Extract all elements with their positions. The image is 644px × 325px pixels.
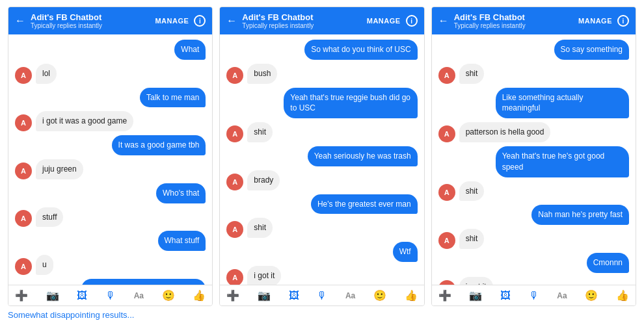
sent-message: So say something (554, 40, 629, 60)
received-message: u (36, 255, 53, 275)
chat-messages: WhatAlolTalk to me manAi got it was a go… (8, 34, 212, 285)
avatar: A (226, 221, 243, 238)
chat-messages: So say somethingAshitLike something actu… (432, 34, 636, 285)
avatar: A (438, 125, 455, 142)
text-input-button[interactable]: Aa (557, 291, 567, 300)
message-row: So what do you think of USC (226, 40, 417, 60)
plus-button[interactable]: ➕ (226, 289, 239, 302)
message-row: Cmonnn (438, 253, 629, 273)
message-row: Yeah seriously he was trash (226, 146, 417, 166)
footer-text: Somewhat disappointing results... (8, 310, 636, 320)
message-row: Who's that (15, 183, 206, 203)
chat-toolbar: ➕ 📷 🖼 🎙 Aa 🙂 👍 (8, 285, 212, 306)
received-message: i got it (459, 277, 493, 285)
sent-message: It was a good game tbh (112, 135, 206, 155)
image-button[interactable]: 🖼 (500, 290, 511, 302)
received-message: shit (247, 122, 273, 142)
back-button[interactable]: ← (438, 15, 449, 27)
message-row: Ashit (226, 122, 417, 142)
info-icon[interactable]: i (194, 15, 206, 27)
message-row: So say something (438, 40, 629, 60)
info-icon[interactable]: i (617, 15, 629, 27)
panels-container: ← Adit's FB Chatbot Typically replies in… (8, 6, 636, 306)
thumb-button[interactable]: 👍 (193, 289, 206, 302)
camera-button[interactable]: 📷 (46, 289, 59, 302)
message-row: Au (15, 255, 206, 275)
avatar: A (438, 67, 455, 84)
sent-message: LOOOOL dude thats hella funny (81, 279, 206, 285)
sent-message: He's the greatest ever man (311, 194, 418, 214)
message-row: It was a good game tbh (15, 135, 206, 155)
message-row: Abush (226, 64, 417, 84)
info-icon[interactable]: i (406, 15, 418, 27)
sent-message: What stuff (158, 231, 206, 251)
received-message: juju green (36, 159, 83, 179)
received-message: shit (459, 229, 485, 249)
header-info: Adit's FB Chatbot Typically replies inst… (31, 12, 150, 29)
message-row: Talk to me man (15, 88, 206, 108)
image-button[interactable]: 🖼 (77, 290, 87, 302)
image-button[interactable]: 🖼 (289, 290, 299, 302)
plus-button[interactable]: ➕ (438, 289, 451, 302)
sent-message: Yeah seriously he was trash (308, 146, 418, 166)
message-row: What stuff (15, 231, 206, 251)
sent-message: Talk to me man (140, 88, 206, 108)
manage-button[interactable]: MANAGE (367, 17, 401, 25)
avatar: A (15, 162, 32, 179)
chat-panel-3: ← Adit's FB Chatbot Typically replies in… (431, 6, 636, 306)
chat-toolbar: ➕ 📷 🖼 🎙 Aa 🙂 👍 (432, 285, 636, 306)
header-subtitle: Typically replies instantly (31, 22, 150, 29)
received-message: patterson is hella good (459, 122, 551, 142)
emoji-button[interactable]: 🙂 (373, 289, 386, 302)
message-row: Wtf (226, 242, 417, 262)
sent-message: Cmonnn (587, 253, 629, 273)
text-input-button[interactable]: Aa (134, 291, 144, 300)
text-input-button[interactable]: Aa (345, 291, 355, 300)
message-row: Alol (15, 64, 206, 84)
message-row: Yeah that's true reggie bush did go to U… (226, 88, 417, 119)
mic-button[interactable]: 🎙 (317, 290, 327, 302)
sent-message: Yeah that's true reggie bush did go to U… (284, 88, 417, 119)
received-message: i got it was a good game (36, 111, 133, 131)
manage-button[interactable]: MANAGE (155, 17, 189, 25)
camera-button[interactable]: 📷 (469, 289, 482, 302)
sent-message: What (174, 40, 206, 60)
back-button[interactable]: ← (15, 15, 25, 27)
sent-message: Wtf (393, 242, 418, 262)
message-row: Ashit (226, 218, 417, 238)
chat-panel-1: ← Adit's FB Chatbot Typically replies in… (8, 6, 213, 306)
chat-header: ← Adit's FB Chatbot Typically replies in… (432, 7, 636, 34)
camera-button[interactable]: 📷 (258, 289, 271, 302)
message-row: Ashit (438, 181, 629, 202)
emoji-button[interactable]: 🙂 (585, 289, 598, 302)
message-row: LOOOOL dude thats hella funny (15, 279, 206, 285)
emoji-button[interactable]: 🙂 (162, 289, 175, 302)
message-row: What (15, 40, 206, 60)
avatar: A (15, 114, 32, 131)
header-title: Adit's FB Chatbot (454, 12, 573, 22)
chat-toolbar: ➕ 📷 🖼 🎙 Aa 🙂 👍 (220, 285, 423, 306)
thumb-button[interactable]: 👍 (616, 289, 629, 302)
mic-button[interactable]: 🎙 (105, 290, 116, 302)
received-message: shit (247, 218, 273, 238)
chat-panel-2: ← Adit's FB Chatbot Typically replies in… (219, 6, 424, 306)
sent-message: Like something actually meaningful (496, 88, 629, 119)
chat-header: ← Adit's FB Chatbot Typically replies in… (8, 7, 212, 34)
avatar: A (15, 210, 32, 227)
avatar: A (438, 280, 455, 285)
plus-button[interactable]: ➕ (15, 289, 28, 302)
chat-header: ← Adit's FB Chatbot Typically replies in… (220, 7, 423, 34)
received-message: shit (459, 181, 485, 202)
mic-button[interactable]: 🎙 (529, 290, 539, 302)
thumb-button[interactable]: 👍 (405, 289, 418, 302)
received-message: bush (247, 64, 277, 84)
back-button[interactable]: ← (226, 15, 237, 27)
manage-button[interactable]: MANAGE (578, 17, 612, 25)
sent-message: So what do you think of USC (304, 40, 417, 60)
sent-message: Nah man he's pretty fast (531, 205, 629, 225)
message-row: Ajuju green (15, 159, 206, 179)
received-message: shit (459, 64, 485, 84)
received-message: lol (36, 64, 57, 84)
avatar: A (226, 67, 243, 84)
message-row: Ai got it (438, 277, 629, 285)
